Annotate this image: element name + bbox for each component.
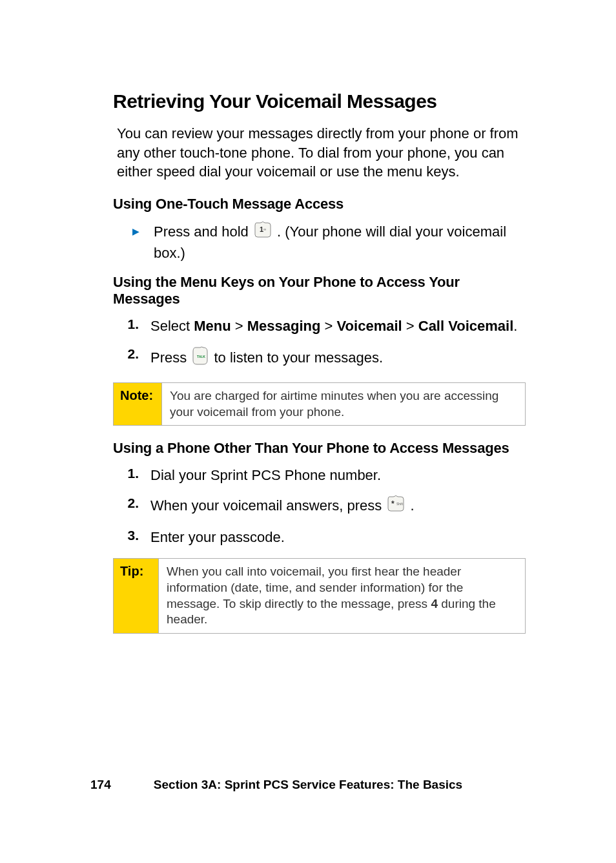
- step-number: 2.: [126, 346, 139, 362]
- tip-box: Tip: When you call into voicemail, you f…: [113, 558, 526, 634]
- step-number: 1.: [126, 466, 139, 481]
- step-text: Dial your Sprint PCS Phone number.: [150, 466, 381, 485]
- call-voicemail-label: Call Voicemail: [418, 318, 514, 334]
- svg-text:TALK: TALK: [197, 355, 205, 359]
- step-number: 1.: [126, 317, 139, 332]
- bullet-pre: Press and hold: [154, 224, 252, 240]
- step1-end: .: [513, 318, 517, 334]
- intro-paragraph: You can review your messages directly fr…: [117, 124, 526, 182]
- step-item: 1. Dial your Sprint PCS Phone number.: [126, 466, 526, 485]
- svg-text:∞: ∞: [263, 227, 266, 231]
- sep2: >: [321, 318, 337, 334]
- step-text: Select Menu > Messaging > Voicemail > Ca…: [150, 317, 517, 336]
- steps-list-menu: 1. Select Menu > Messaging > Voicemail >…: [126, 317, 526, 370]
- step-item: 2. When your voicemail answers, press * …: [126, 495, 526, 517]
- subheading-other-phone: Using a Phone Other Than Your Phone to A…: [113, 440, 526, 457]
- step-number: 3.: [126, 528, 139, 543]
- tip-content: When you call into voicemail, you first …: [159, 559, 525, 633]
- bullet-text: Press and hold 1 ∞ . (Your phone will di…: [154, 222, 526, 262]
- voicemail-label: Voicemail: [337, 318, 402, 334]
- note-box: Note: You are charged for airtime minute…: [113, 382, 526, 426]
- key-1-icon: 1 ∞: [254, 222, 272, 244]
- steps-list-other: 1. Dial your Sprint PCS Phone number. 2.…: [126, 466, 526, 546]
- step-text: Enter your passcode.: [150, 528, 285, 547]
- step-item: 3. Enter your passcode.: [126, 528, 526, 547]
- step2-pre: Press: [150, 349, 190, 366]
- page-number: 174: [90, 778, 111, 792]
- step-item: 2. Press TALK to listen to your messages…: [126, 346, 526, 371]
- subheading-menu-keys: Using the Menu Keys on Your Phone to Acc…: [113, 274, 526, 307]
- subheading-one-touch: Using One-Touch Message Access: [113, 196, 526, 213]
- tip-bold: 4: [431, 597, 438, 610]
- svg-text:Shift: Shift: [396, 502, 404, 506]
- tip-pre: When you call into voicemail, you first …: [167, 565, 463, 610]
- step1-pre: Select: [150, 318, 194, 334]
- menu-label: Menu: [194, 318, 231, 334]
- sep1: >: [231, 318, 247, 334]
- bullet-arrow-icon: ▶: [132, 226, 139, 236]
- tip-label: Tip:: [114, 559, 159, 633]
- page-footer: 174 Section 3A: Sprint PCS Service Featu…: [0, 778, 616, 792]
- step2-pre: When your voicemail answers, press: [150, 497, 385, 514]
- messaging-label: Messaging: [247, 318, 321, 334]
- step-number: 2.: [126, 495, 139, 511]
- sep3: >: [402, 318, 418, 334]
- note-label: Note:: [114, 383, 162, 425]
- svg-text:*: *: [391, 499, 395, 508]
- step2-post: .: [410, 497, 414, 514]
- note-content: You are charged for airtime minutes when…: [162, 383, 525, 425]
- page-title: Retrieving Your Voicemail Messages: [113, 90, 526, 112]
- talk-key-icon: TALK: [192, 346, 209, 371]
- star-key-icon: * Shift: [387, 495, 405, 517]
- footer-title: Section 3A: Sprint PCS Service Features:…: [154, 778, 462, 791]
- bullet-item: ▶ Press and hold 1 ∞ . (Your phone will …: [132, 222, 526, 262]
- step-text: Press TALK to listen to your messages.: [150, 346, 383, 371]
- page-content: Retrieving Your Voicemail Messages You c…: [0, 0, 616, 634]
- step-text: When your voicemail answers, press * Shi…: [150, 495, 415, 517]
- step-item: 1. Select Menu > Messaging > Voicemail >…: [126, 317, 526, 336]
- step2-post: to listen to your messages.: [214, 349, 383, 366]
